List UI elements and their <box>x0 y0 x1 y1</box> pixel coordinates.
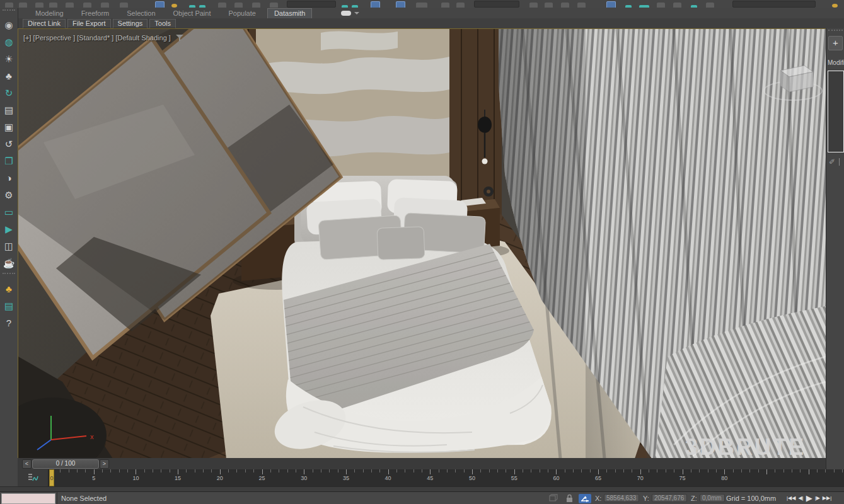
watermark: 3DBRUTE <box>685 434 806 459</box>
ribbon-tab-freeform[interactable]: Freeform <box>81 9 110 18</box>
ribbon-minimize-button[interactable] <box>341 11 359 16</box>
toolbar-field[interactable] <box>287 1 336 8</box>
frame-number: 15 <box>175 475 181 481</box>
chevron-down-icon <box>354 12 359 14</box>
camera-add-icon[interactable]: ◉ <box>0 16 18 33</box>
play-button[interactable]: ▶ <box>806 493 812 503</box>
perspective-viewport[interactable]: x 3DBRUTE [+] [Perspective ] [Standard* … <box>18 28 826 459</box>
panel-drag-handle[interactable] <box>828 30 843 33</box>
frame-number: 5 <box>92 475 95 481</box>
frame-number: 10 <box>132 475 139 481</box>
gear-icon <box>832 4 838 8</box>
teapot-icon[interactable]: ☕ <box>0 255 18 272</box>
toolbar-highlighted-button-2[interactable] <box>371 1 380 8</box>
left-toolbar: ◉◍☀♣↻▤▣↺❐◑⚙▭▶◫☕♣▤? <box>0 8 18 491</box>
track-bar: 05101520253035404550556065707580 <box>18 469 844 486</box>
trackbar-ruler[interactable]: 05101520253035404550556065707580 <box>49 469 844 486</box>
ribbon-tab-selection[interactable]: Selection <box>127 9 155 18</box>
frame-number: 45 <box>427 475 433 481</box>
help-icon[interactable]: ? <box>0 314 18 331</box>
frame-number: 25 <box>258 475 265 481</box>
mini-curve-editor-button[interactable] <box>18 469 49 486</box>
y-coordinate-field[interactable]: 20547,676 <box>652 494 687 502</box>
pin-stack-button[interactable]: ✐ <box>826 152 844 166</box>
status-bar: None Selected X: 58564,633 Y: 20547,676 … <box>0 491 844 504</box>
svg-text:x: x <box>90 433 94 440</box>
datasmith-toolbar: Direct LinkFile ExportSettingsTools <box>18 18 844 28</box>
previous-frame-arrow[interactable]: < <box>22 459 32 469</box>
frame-number: 65 <box>595 475 601 481</box>
frame-number: 35 <box>343 475 349 481</box>
frame-number: 80 <box>721 475 727 481</box>
ribbon-tab-object-paint[interactable]: Object Paint <box>173 9 211 18</box>
split-view-icon[interactable]: ◫ <box>0 238 18 255</box>
light-bulb-icon[interactable]: ◍ <box>0 33 18 50</box>
selection-status: None Selected <box>61 495 107 502</box>
toolbar-drag-handle[interactable] <box>3 9 15 14</box>
time-slider[interactable]: 0 / 100 <box>32 459 99 469</box>
y-label: Y: <box>643 495 649 502</box>
pin-icon: ✐ <box>829 158 835 166</box>
go-to-end-button[interactable]: ▶▶| <box>823 493 831 503</box>
viewport-label[interactable]: [+] [Perspective ] [Standard* ] [Default… <box>23 34 184 42</box>
settings-button[interactable]: Settings <box>113 19 148 28</box>
monitor-icon[interactable]: ▭ <box>0 203 18 220</box>
time-slider-row: < 0 / 100 > <box>18 458 826 469</box>
frame-number: 0 <box>50 475 53 481</box>
next-frame-button[interactable]: |▶ <box>815 493 820 503</box>
ribbon-tab-populate[interactable]: Populate <box>228 9 255 18</box>
tools-button[interactable]: Tools <box>149 19 176 28</box>
maxscript-mini-listener[interactable] <box>1 493 55 504</box>
notes-icon[interactable]: ▤ <box>0 297 18 314</box>
forest-icon[interactable]: ♣ <box>0 280 18 297</box>
ribbon-pill-icon <box>341 11 351 16</box>
frame-number: 50 <box>469 475 475 481</box>
command-panel: + Modifie ✐ <box>826 28 844 469</box>
modifier-stack[interactable] <box>828 71 844 152</box>
frame-number: 60 <box>553 475 559 481</box>
z-coordinate-field[interactable]: 0,0mm <box>700 494 725 502</box>
grid-size-label: Grid = 100,0mm <box>726 495 776 502</box>
selection-lock-icon[interactable] <box>565 494 574 503</box>
file-export-button[interactable]: File Export <box>67 19 111 28</box>
bulb-gear-icon[interactable]: ⚙ <box>0 186 18 203</box>
x-coordinate-field[interactable]: 58564,633 <box>604 494 639 502</box>
refresh-icon[interactable]: ↻ <box>0 84 18 101</box>
frame-number: 75 <box>679 475 685 481</box>
create-tab[interactable]: + <box>828 36 843 50</box>
frame-number: 20 <box>217 475 223 481</box>
isolate-selection-icon[interactable] <box>548 494 558 503</box>
frame-number: 70 <box>637 475 644 481</box>
z-label: Z: <box>691 495 697 502</box>
ribbon-tab-row: ModelingFreeformSelectionObject PaintPop… <box>18 8 844 18</box>
scene-render: x 3DBRUTE <box>18 29 826 459</box>
modifier-list-label: Modifie <box>826 59 844 67</box>
tree-list-icon[interactable]: ▤ <box>0 101 18 118</box>
playback-controls: |◀◀◀|▶|▶▶▶| <box>787 493 831 503</box>
toolbar-highlighted-button[interactable] <box>155 1 165 8</box>
transform-typein-toggle[interactable] <box>579 494 591 503</box>
frame-number: 40 <box>385 475 391 481</box>
x-label: X: <box>595 495 601 502</box>
ribbon-tab-modeling[interactable]: Modeling <box>35 9 64 18</box>
workspace-selector[interactable] <box>732 1 816 8</box>
viewport-filter-icon[interactable] <box>176 35 184 42</box>
ribbon-tab-datasmith[interactable]: Datasmith <box>267 8 313 18</box>
go-to-start-button[interactable]: |◀◀ <box>787 493 795 503</box>
foliage-icon[interactable]: ♣ <box>0 67 18 84</box>
rail-separator <box>3 273 15 279</box>
previous-frame-button[interactable]: ◀| <box>798 493 803 503</box>
ribbon-tabs: ModelingFreeformSelectionObject PaintPop… <box>18 8 312 18</box>
render-preview-icon[interactable]: ▶ <box>0 220 18 238</box>
next-frame-arrow[interactable]: > <box>100 459 109 469</box>
loop-icon[interactable]: ↺ <box>0 135 18 152</box>
layers-icon[interactable]: ❐ <box>0 152 18 169</box>
tree-frame-icon[interactable]: ▣ <box>0 118 18 135</box>
direct-link-button[interactable]: Direct Link <box>23 19 66 28</box>
toolbar-highlighted-button-4[interactable] <box>606 1 616 8</box>
toolbar-highlighted-button-3[interactable] <box>396 1 405 8</box>
main-toolbar-partial <box>0 0 844 9</box>
sun-icon[interactable]: ☀ <box>0 50 18 67</box>
frame-number: 30 <box>301 475 307 481</box>
palette-icon[interactable]: ◑ <box>0 169 18 186</box>
